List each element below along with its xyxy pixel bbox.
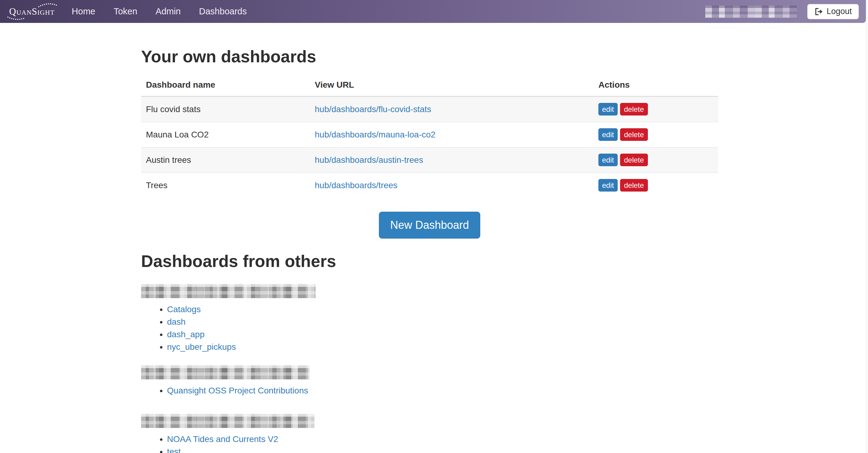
dashboard-link[interactable]: test bbox=[167, 447, 181, 453]
redacted-username bbox=[141, 365, 310, 380]
list-item: Catalogs bbox=[167, 303, 718, 315]
list-item: dash bbox=[167, 315, 718, 328]
redacted-username bbox=[141, 284, 315, 298]
dashboard-link[interactable]: nyc_uber_pickups bbox=[167, 342, 236, 352]
edit-button[interactable]: edit bbox=[598, 128, 618, 141]
nav-link-dashboards[interactable]: Dashboards bbox=[190, 0, 256, 23]
edit-button[interactable]: edit bbox=[598, 179, 618, 191]
table-header-row: Dashboard name View URL Actions bbox=[141, 74, 718, 96]
delete-button[interactable]: delete bbox=[620, 154, 648, 166]
logout-label: Logout bbox=[827, 7, 852, 16]
page-scrollbar-track[interactable] bbox=[866, 0, 868, 453]
table-row: Mauna Loa CO2 hub/dashboards/mauna-loa-c… bbox=[141, 122, 718, 147]
brand-text: QuanSight bbox=[9, 6, 55, 17]
others-dashboard-list: Quansight OSS Project Contributions bbox=[141, 384, 718, 397]
nav-item-admin: Admin bbox=[147, 0, 190, 23]
sign-out-icon bbox=[814, 7, 823, 16]
others-dashboard-list: Catalogs dash dash_app nyc_uber_pickups bbox=[141, 303, 718, 353]
view-url-link[interactable]: hub/dashboards/trees bbox=[315, 181, 398, 190]
redacted-user-email bbox=[705, 5, 797, 18]
nav-link-home[interactable]: Home bbox=[63, 0, 104, 23]
logo-arc-bottom-icon bbox=[7, 16, 26, 21]
view-url-link[interactable]: hub/dashboards/flu-covid-stats bbox=[315, 104, 431, 114]
edit-button[interactable]: edit bbox=[598, 103, 618, 116]
list-item: Quansight OSS Project Contributions bbox=[167, 384, 718, 397]
dashboard-name: Austin trees bbox=[141, 147, 310, 173]
nav-item-token: Token bbox=[104, 0, 146, 23]
table-row: Austin trees hub/dashboards/austin-trees… bbox=[141, 147, 718, 173]
dashboard-name: Mauna Loa CO2 bbox=[141, 122, 310, 147]
nav-item-home: Home bbox=[63, 0, 104, 23]
dashboard-link[interactable]: dash_app bbox=[167, 330, 205, 339]
nav-link-token[interactable]: Token bbox=[104, 0, 146, 23]
dashboard-name: Flu covid stats bbox=[141, 96, 310, 122]
others-dashboard-list: NOAA Tides and Currents V2 test bbox=[141, 433, 718, 453]
dashboard-link[interactable]: Quansight OSS Project Contributions bbox=[167, 386, 308, 395]
redacted-username bbox=[141, 414, 314, 428]
edit-button[interactable]: edit bbox=[598, 154, 618, 166]
dashboard-link[interactable]: NOAA Tides and Currents V2 bbox=[167, 434, 278, 444]
top-navbar: QuanSight Home Token Admin Dashboards Lo… bbox=[0, 0, 866, 23]
list-item: test bbox=[167, 445, 718, 453]
dashboards-table: Dashboard name View URL Actions Flu covi… bbox=[141, 74, 718, 198]
table-row: Trees hub/dashboards/trees editdelete bbox=[141, 173, 718, 198]
new-dashboard-button[interactable]: New Dashboard bbox=[379, 212, 480, 239]
nav-link-admin[interactable]: Admin bbox=[147, 0, 190, 23]
col-header-dashboard-name: Dashboard name bbox=[141, 74, 310, 96]
col-header-view-url: View URL bbox=[310, 74, 593, 96]
delete-button[interactable]: delete bbox=[620, 103, 648, 116]
view-url-link[interactable]: hub/dashboards/austin-trees bbox=[315, 155, 423, 164]
col-header-actions: Actions bbox=[593, 74, 718, 96]
list-item: NOAA Tides and Currents V2 bbox=[167, 433, 718, 445]
main-content: Your own dashboards Dashboard name View … bbox=[141, 23, 718, 453]
table-row: Flu covid stats hub/dashboards/flu-covid… bbox=[141, 96, 718, 122]
own-dashboards-title: Your own dashboards bbox=[141, 47, 718, 66]
logo-arc-top-icon bbox=[38, 2, 57, 7]
list-item: dash_app bbox=[167, 328, 718, 340]
logout-button[interactable]: Logout bbox=[807, 4, 859, 19]
nav-item-dashboards: Dashboards bbox=[190, 0, 256, 23]
dashboard-link[interactable]: Catalogs bbox=[167, 305, 201, 314]
view-url-link[interactable]: hub/dashboards/mauna-loa-co2 bbox=[315, 130, 435, 139]
dashboard-name: Trees bbox=[141, 173, 310, 198]
nav-menu: Home Token Admin Dashboards bbox=[63, 0, 256, 23]
quansight-logo[interactable]: QuanSight bbox=[9, 7, 55, 16]
others-dashboards-title: Dashboards from others bbox=[141, 252, 718, 271]
list-item: nyc_uber_pickups bbox=[167, 340, 718, 353]
delete-button[interactable]: delete bbox=[620, 128, 648, 141]
dashboard-link[interactable]: dash bbox=[167, 317, 186, 327]
delete-button[interactable]: delete bbox=[620, 179, 648, 191]
